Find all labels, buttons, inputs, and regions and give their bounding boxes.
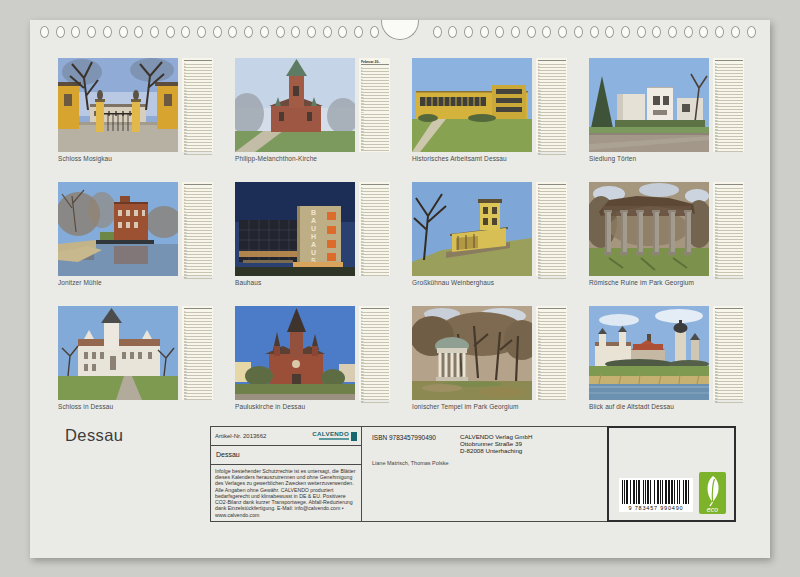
legal-text: Infolge bestehender Schutzrechte ist es … xyxy=(211,464,361,521)
month-cell-juni: BAUHAUS Juni 20..1.2.3.4.5.6.7.8.9.10.11… xyxy=(235,182,390,286)
binding-hole xyxy=(119,26,128,38)
mini-calendar: Dezember 20..1.2.3.4.5.6.7.8.9.10.11.12.… xyxy=(713,306,744,400)
binding-hole xyxy=(605,26,614,38)
mini-calendar-day-row: 30. xyxy=(184,397,212,400)
month-photo xyxy=(589,182,709,276)
binding-hole xyxy=(338,26,347,38)
calvendo-logo-text: CALVENDO xyxy=(312,431,349,437)
info-left-panel: Artikel-Nr. 2013662 CALVENDO Dessau Info… xyxy=(210,426,362,522)
binding-hole xyxy=(621,26,630,38)
binding-hole xyxy=(511,26,520,38)
month-cell-märz: März 20..1.2.3.4.5.6.7.8.9.10.11.12.13.1… xyxy=(412,58,567,162)
mini-calendar-day-row: 28. xyxy=(361,148,389,151)
mini-calendar: Mai 20..1.2.3.4.5.6.7.8.9.10.11.12.13.14… xyxy=(182,182,213,276)
month-photo xyxy=(235,58,355,152)
barcode-panel: 9 783457 990490 eco xyxy=(607,426,736,522)
svg-text:eco: eco xyxy=(707,506,718,513)
binding-hole xyxy=(228,26,237,38)
mini-calendar-month-label: Juli 20.. xyxy=(538,184,566,186)
month-photo xyxy=(589,58,709,152)
month-caption: Pauluskirche in Dessau xyxy=(235,403,390,410)
month-photo xyxy=(412,58,532,152)
month-photo xyxy=(58,306,178,400)
month-photo xyxy=(235,306,355,400)
binding-hole xyxy=(652,26,661,38)
binding-hole xyxy=(668,26,677,38)
binding-hole xyxy=(276,26,285,38)
binding-hole xyxy=(699,26,708,38)
mini-calendar: Februar 20..1.2.3.4.5.6.7.8.9.10.11.12.1… xyxy=(359,58,390,152)
binding-hole xyxy=(637,26,646,38)
month-caption: Philipp-Melanchthon-Kirche xyxy=(235,155,390,162)
binding-hole xyxy=(354,26,363,38)
mini-calendar-month-label: April 20.. xyxy=(715,60,743,62)
binding-hole xyxy=(291,26,300,38)
mini-calendar: November 20..1.2.3.4.5.6.7.8.9.10.11.12.… xyxy=(536,306,567,400)
binding-hole xyxy=(71,26,80,38)
mini-calendar-month-label: November 20.. xyxy=(538,308,566,310)
month-cell-september: September 20..1.2.3.4.5.6.7.8.9.10.11.12… xyxy=(58,306,213,410)
binding-hole xyxy=(448,26,457,38)
month-caption: Jonitzer Mühle xyxy=(58,279,213,286)
mini-calendar-day-row: 31. xyxy=(361,400,389,403)
info-middle-panel: ISBN 9783457990490 CALVENDO Verlag GmbH … xyxy=(362,426,608,522)
binding-hole xyxy=(747,26,756,38)
calvendo-logo: CALVENDO xyxy=(312,431,357,441)
month-caption: Großkühnau Weinberghaus xyxy=(412,279,567,286)
product-title: Dessau xyxy=(211,445,361,464)
mini-calendar: Oktober 20..1.2.3.4.5.6.7.8.9.10.11.12.1… xyxy=(359,306,390,400)
binding-hole xyxy=(87,26,96,38)
mini-calendar: April 20..1.2.3.4.5.6.7.8.9.10.11.12.13.… xyxy=(713,58,744,152)
hanger-notch xyxy=(381,20,419,40)
month-photo xyxy=(412,306,532,400)
binding-hole xyxy=(558,26,567,38)
month-photo: BAUHAUS xyxy=(235,182,355,276)
mini-calendar-day-row: 30. xyxy=(715,149,743,152)
binding-hole xyxy=(495,26,504,38)
calendar-title: Dessau xyxy=(65,426,123,445)
binding-hole xyxy=(684,26,693,38)
binding-hole xyxy=(590,26,599,38)
binding-hole xyxy=(244,26,253,38)
mini-calendar-month-label: Juni 20.. xyxy=(361,184,389,186)
mini-calendar: Juni 20..1.2.3.4.5.6.7.8.9.10.11.12.13.1… xyxy=(359,182,390,276)
binding-hole xyxy=(370,26,379,38)
binding-hole xyxy=(574,26,583,38)
binding-hole xyxy=(197,26,206,38)
month-caption: Ionischer Tempel im Park Georgium xyxy=(412,403,567,410)
ean-barcode: 9 783457 990490 xyxy=(619,478,693,512)
mini-calendar-month-label: September 20.. xyxy=(184,308,212,310)
binding-hole xyxy=(323,26,332,38)
binding-hole xyxy=(307,26,316,38)
binding-hole xyxy=(40,26,49,38)
authors-text: Liane Matrisch, Thomas Polske xyxy=(372,460,449,466)
barcode-bars xyxy=(622,480,690,504)
binding-hole xyxy=(150,26,159,38)
binding-hole xyxy=(103,26,112,38)
eco-leaf-icon: eco xyxy=(699,472,726,514)
mini-calendar-month-label: Februar 20.. xyxy=(361,60,389,66)
mini-calendar: August 20..1.2.3.4.5.6.7.8.9.10.11.12.13… xyxy=(713,182,744,276)
mini-calendar-day-row: 30. xyxy=(361,273,389,276)
binding-hole xyxy=(464,26,473,38)
binding-hole xyxy=(715,26,724,38)
mini-calendar: März 20..1.2.3.4.5.6.7.8.9.10.11.12.13.1… xyxy=(536,58,567,152)
binding-hole xyxy=(731,26,740,38)
binding-hole xyxy=(56,26,65,38)
binding-hole xyxy=(433,26,442,38)
mini-calendar: September 20..1.2.3.4.5.6.7.8.9.10.11.12… xyxy=(182,306,213,400)
article-number: Artikel-Nr. 2013662 xyxy=(215,433,266,439)
month-cell-november: November 20..1.2.3.4.5.6.7.8.9.10.11.12.… xyxy=(412,306,567,410)
month-photo xyxy=(412,182,532,276)
month-cell-oktober: Oktober 20..1.2.3.4.5.6.7.8.9.10.11.12.1… xyxy=(235,306,390,410)
mini-calendar-day-row: 30. xyxy=(538,397,566,400)
month-cell-dezember: Dezember 20..1.2.3.4.5.6.7.8.9.10.11.12.… xyxy=(589,306,744,410)
binding-hole xyxy=(166,26,175,38)
binding-hole xyxy=(260,26,269,38)
screenshot-root: { "title": "Dessau", "colors": { "accent… xyxy=(0,0,800,577)
mini-calendar-month-label: Dezember 20.. xyxy=(715,308,743,310)
month-preview-grid: Januar 20..1.2.3.4.5.6.7.8.9.10.11.12.13… xyxy=(58,58,744,410)
publisher-address: CALVENDO Verlag GmbH Ottobrunner Straße … xyxy=(460,433,532,454)
mini-calendar-month-label: März 20.. xyxy=(538,60,566,62)
month-caption: Historisches Arbeitsamt Dessau xyxy=(412,155,567,162)
